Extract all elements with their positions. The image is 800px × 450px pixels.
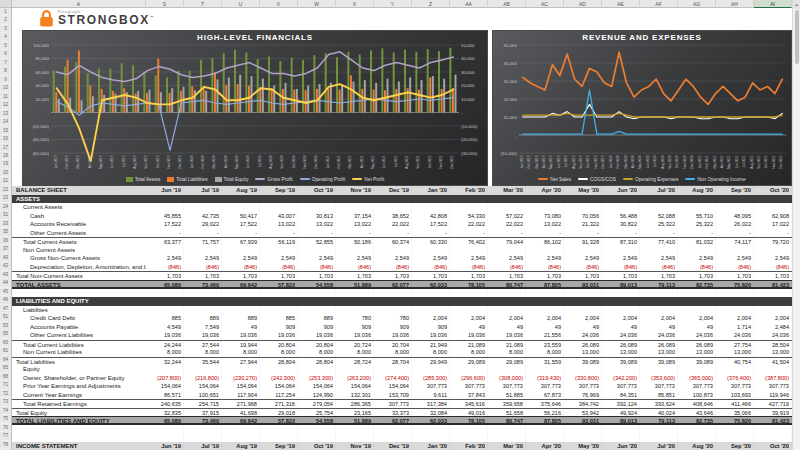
row-number[interactable]: 20	[0, 169, 11, 177]
value-cell[interactable]	[146, 425, 184, 434]
value-cell[interactable]: 889	[184, 314, 222, 323]
column-header-AA[interactable]: AA	[450, 0, 488, 8]
value-cell[interactable]	[260, 425, 298, 434]
value-cell[interactable]: 22,022	[374, 220, 412, 229]
value-cell[interactable]: 392,124	[602, 400, 640, 408]
value-cell[interactable]: 39,089	[602, 358, 640, 366]
month-header-cell[interactable]: Feb '20	[450, 186, 488, 195]
row-label[interactable]: ASSETS	[12, 195, 146, 204]
value-cell[interactable]	[412, 203, 450, 212]
month-header-cell[interactable]: Jul '19	[184, 442, 222, 450]
row-number[interactable]: 18	[0, 152, 11, 160]
value-cell[interactable]: 307,773	[488, 382, 526, 391]
value-cell[interactable]: -	[754, 229, 792, 238]
value-cell[interactable]: 8,000	[526, 348, 564, 357]
value-cell[interactable]: 73,460	[184, 417, 222, 423]
value-cell[interactable]: 24,036	[564, 331, 602, 340]
value-cell[interactable]: 45,855	[146, 212, 184, 221]
value-cell[interactable]: 1,703	[602, 272, 640, 280]
value-cell[interactable]: (330,800)	[564, 374, 602, 383]
month-header-cell[interactable]: Jul '19	[184, 186, 222, 195]
value-cell[interactable]	[222, 195, 260, 204]
scrollbar-thumb[interactable]	[795, 10, 799, 64]
value-cell[interactable]: 2,549	[716, 254, 754, 263]
value-cell[interactable]: (846)	[146, 263, 184, 272]
value-cell[interactable]: 55,710	[678, 212, 716, 221]
value-cell[interactable]: 74,117	[716, 238, 754, 246]
value-cell[interactable]: 307,773	[526, 382, 564, 391]
value-cell[interactable]	[602, 246, 640, 255]
value-cell[interactable]: (216,800)	[184, 374, 222, 383]
value-cell[interactable]: 2,549	[336, 254, 374, 263]
value-cell[interactable]: 307,773	[678, 382, 716, 391]
value-cell[interactable]: 307,773	[602, 382, 640, 391]
value-cell[interactable]: 17,022	[754, 220, 792, 229]
month-header-cell[interactable]: Apr '20	[526, 186, 564, 195]
value-cell[interactable]	[602, 203, 640, 212]
value-cell[interactable]: 1,703	[412, 272, 450, 280]
month-header-cell[interactable]: Aug '19	[222, 442, 260, 450]
value-cell[interactable]	[678, 203, 716, 212]
value-cell[interactable]: 79,113	[640, 417, 678, 423]
value-cell[interactable]: 21,322	[564, 220, 602, 229]
value-cell[interactable]	[222, 289, 260, 298]
row-label[interactable]: Owner, Shareholder, or Partner Equity	[12, 374, 146, 383]
value-cell[interactable]: 24,036	[602, 331, 640, 340]
value-cell[interactable]	[564, 297, 602, 306]
value-cell[interactable]	[222, 425, 260, 434]
value-cell[interactable]	[260, 195, 298, 204]
value-cell[interactable]: -	[374, 229, 412, 238]
value-cell[interactable]	[564, 365, 602, 374]
row-label[interactable]: Depreciation, Depletion, Amortization, a…	[12, 263, 146, 272]
value-cell[interactable]: 37,154	[336, 212, 374, 221]
value-cell[interactable]	[184, 195, 222, 204]
value-cell[interactable]: 1,703	[260, 272, 298, 280]
value-cell[interactable]: 132,301	[336, 391, 374, 400]
value-cell[interactable]: 77,410	[640, 238, 678, 246]
month-header-cell[interactable]: Jun '19	[146, 186, 184, 195]
value-cell[interactable]: 154,064	[374, 382, 412, 391]
row-label[interactable]: Current Year Earnings	[12, 391, 146, 400]
value-cell[interactable]	[450, 203, 488, 212]
value-cell[interactable]: 73,460	[184, 281, 222, 287]
high-level-financials-chart[interactable]: HIGH-LEVEL FINANCIALS Total AssetsTotal …	[22, 30, 488, 186]
row-number[interactable]: 76	[0, 424, 11, 433]
value-cell[interactable]	[222, 306, 260, 315]
value-cell[interactable]	[298, 434, 336, 443]
value-cell[interactable]: 2,004	[450, 314, 488, 323]
value-cell[interactable]: 154,064	[184, 382, 222, 391]
column-header-X[interactable]: X	[336, 0, 374, 8]
value-cell[interactable]: 49	[564, 323, 602, 332]
value-cell[interactable]: 93,031	[564, 417, 602, 423]
month-header-cell[interactable]: Aug '20	[678, 186, 716, 195]
value-cell[interactable]: 87,805	[526, 281, 564, 287]
value-cell[interactable]: 60,330	[412, 238, 450, 246]
row-label[interactable]: TOTAL LIABILITIES AND EQUITY	[12, 417, 146, 423]
value-cell[interactable]	[146, 434, 184, 443]
value-cell[interactable]: 19,036	[260, 331, 298, 340]
value-cell[interactable]: 62,077	[374, 417, 412, 423]
value-cell[interactable]	[298, 306, 336, 315]
row-number[interactable]: 75	[0, 415, 11, 424]
row-number[interactable]: 44	[0, 279, 11, 288]
value-cell[interactable]: 51,658	[488, 409, 526, 417]
value-cell[interactable]: 909	[260, 323, 298, 332]
value-cell[interactable]: 19,036	[450, 331, 488, 340]
value-cell[interactable]	[450, 365, 488, 374]
month-header-cell[interactable]: Sep '20	[716, 442, 754, 450]
value-cell[interactable]: 86,571	[146, 391, 184, 400]
value-cell[interactable]: 2,004	[526, 314, 564, 323]
value-cell[interactable]: 56,216	[526, 409, 564, 417]
value-cell[interactable]: 2,549	[602, 254, 640, 263]
value-cell[interactable]: 2,004	[716, 314, 754, 323]
row-label[interactable]: Liabilities	[12, 306, 146, 315]
value-cell[interactable]: 73,080	[526, 212, 564, 221]
value-cell[interactable]	[488, 434, 526, 443]
value-cell[interactable]: (846)	[374, 263, 412, 272]
value-cell[interactable]: -	[184, 229, 222, 238]
value-cell[interactable]: 154,064	[222, 382, 260, 391]
value-cell[interactable]: 20,704	[374, 341, 412, 349]
value-cell[interactable]	[564, 306, 602, 315]
value-cell[interactable]: 8,000	[184, 348, 222, 357]
row-label[interactable]: Other Current Assets	[12, 229, 146, 238]
